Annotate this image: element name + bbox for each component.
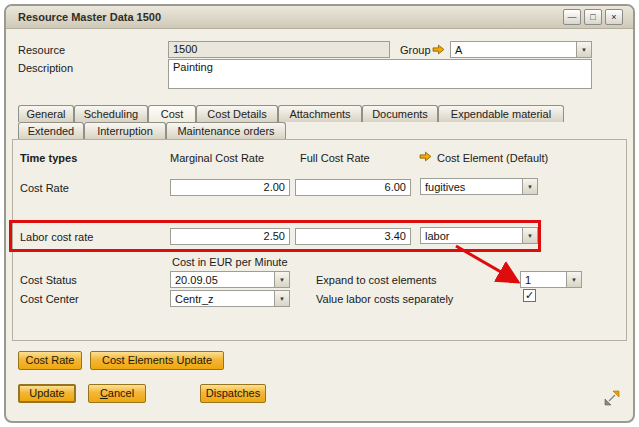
tab-expendable-material[interactable]: Expendable material <box>438 105 564 122</box>
tab-interruption[interactable]: Interruption <box>84 122 166 139</box>
dropdown-arrow-icon[interactable]: ▼ <box>522 228 537 243</box>
expand-to-cost-elements-dropdown[interactable]: 1 ▼ <box>520 271 582 288</box>
time-types-label: Time types <box>20 152 77 164</box>
cost-status-value: 20.09.05 <box>171 272 274 287</box>
link-arrow-icon[interactable] <box>432 44 445 55</box>
labor-cost-rate-row-label: Labor cost rate <box>20 231 93 243</box>
cancel-button[interactable]: Cancel <box>88 384 146 403</box>
maximize-button[interactable]: □ <box>584 9 602 25</box>
dropdown-arrow-icon[interactable]: ▼ <box>274 291 289 306</box>
dropdown-arrow-icon[interactable]: ▼ <box>522 179 537 194</box>
description-label: Description <box>18 62 73 74</box>
labor-cost-rate-element-value: labor <box>421 228 522 243</box>
tab-attachments[interactable]: Attachments <box>278 105 362 122</box>
cost-rate-full-field[interactable]: 6.00 <box>295 179 411 196</box>
cost-rate-element-dropdown[interactable]: fugitives ▼ <box>420 178 538 195</box>
cost-element-header: Cost Element (Default) <box>437 152 548 164</box>
full-cost-rate-header: Full Cost Rate <box>300 152 370 164</box>
expand-to-cost-elements-label: Expand to cost elements <box>316 274 436 286</box>
cost-rate-marginal-field[interactable]: 2.00 <box>170 179 290 196</box>
cost-rate-element-value: fugitives <box>421 179 522 194</box>
tab-documents[interactable]: Documents <box>362 105 438 122</box>
marginal-cost-rate-header: Marginal Cost Rate <box>170 152 264 164</box>
link-arrow-icon[interactable] <box>419 151 432 162</box>
group-label: Group <box>400 44 431 56</box>
dropdown-arrow-icon[interactable]: ▼ <box>274 272 289 287</box>
cost-unit-note: Cost in EUR per Minute <box>172 256 288 268</box>
tab-cost[interactable]: Cost <box>148 105 196 122</box>
resource-label: Resource <box>18 44 65 56</box>
expand-value: 1 <box>521 272 566 287</box>
minimize-button[interactable]: — <box>563 9 581 25</box>
tab-maintenance-orders[interactable]: Maintenance orders <box>166 122 286 139</box>
value-labor-costs-label: Value labor costs separately <box>316 293 453 305</box>
cost-center-label: Cost Center <box>20 293 79 305</box>
link-arrow-icon[interactable] <box>504 273 517 284</box>
dropdown-arrow-icon[interactable]: ▼ <box>576 42 591 57</box>
resource-master-data-window: Resource Master Data 1500 — □ × Resource… <box>0 0 639 427</box>
tab-extended[interactable]: Extended <box>18 122 84 139</box>
dropdown-arrow-icon[interactable]: ▼ <box>566 272 581 287</box>
update-button[interactable]: Update <box>18 384 76 403</box>
labor-cost-rate-element-dropdown[interactable]: labor ▼ <box>420 227 538 244</box>
tab-scheduling[interactable]: Scheduling <box>74 105 148 122</box>
close-button[interactable]: × <box>605 9 623 25</box>
value-labor-costs-checkbox[interactable]: ✓ <box>523 289 536 302</box>
cost-status-dropdown[interactable]: 20.09.05 ▼ <box>170 271 290 288</box>
window-controls: — □ × <box>563 9 623 25</box>
cost-rate-row-label: Cost Rate <box>20 182 69 194</box>
cost-center-value: Centr_z <box>171 291 274 306</box>
cost-status-label: Cost Status <box>20 274 77 286</box>
window-title: Resource Master Data 1500 <box>18 11 161 23</box>
cost-center-dropdown[interactable]: Centr_z ▼ <box>170 290 290 307</box>
close-icon: × <box>611 12 616 22</box>
group-value: A <box>451 42 576 57</box>
dispatches-button[interactable]: Dispatches <box>200 384 266 403</box>
minimize-icon: — <box>568 12 577 22</box>
labor-cost-rate-marginal-field[interactable]: 2.50 <box>170 228 290 245</box>
description-field[interactable]: Painting <box>168 59 592 89</box>
labor-cost-rate-full-field[interactable]: 3.40 <box>295 228 411 245</box>
tab-cost-details[interactable]: Cost Details <box>196 105 278 122</box>
resource-field[interactable]: 1500 <box>168 41 390 58</box>
group-dropdown[interactable]: A ▼ <box>450 41 592 58</box>
maximize-icon: □ <box>590 12 595 22</box>
cost-rate-button[interactable]: Cost Rate <box>18 351 82 370</box>
cost-elements-update-button[interactable]: Cost Elements Update <box>90 351 224 370</box>
title-bar[interactable]: Resource Master Data 1500 — □ × <box>6 6 633 29</box>
checkbox-check-icon: ✓ <box>525 289 534 301</box>
tab-general[interactable]: General <box>18 105 74 122</box>
expand-form-icon[interactable] <box>604 390 620 406</box>
